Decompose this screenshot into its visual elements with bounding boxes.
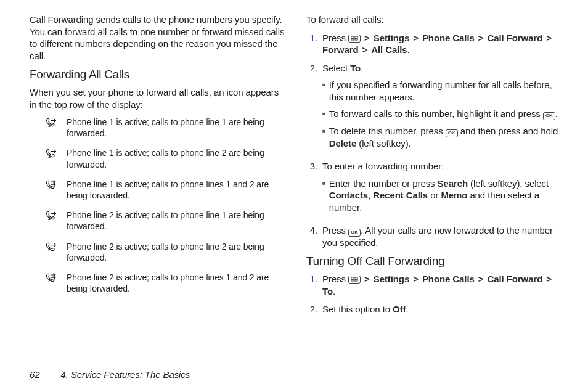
heading-forwarding-all-calls: Forwarding All Calls: [30, 68, 285, 81]
forwarding-icon-row: 2 Phone line 2 is active; calls to phone…: [30, 210, 285, 232]
right-column: To forward all calls: 1. Press > Setting…: [306, 14, 562, 322]
phone-forward-icon: 1: [45, 148, 57, 159]
menu-key-icon: [348, 35, 361, 43]
ok-key-icon: OK: [543, 112, 555, 120]
forward-all-steps-lead: To forward all calls:: [306, 14, 562, 26]
ok-key-icon: OK: [348, 229, 361, 237]
phone-forward-icon: 2: [45, 210, 57, 221]
menu-path-item: Forward: [322, 44, 358, 55]
off-step-2: 2. Set this option to Off.: [306, 303, 562, 316]
phone-forward-icon: 2: [45, 242, 57, 253]
svg-text:1: 1: [48, 155, 51, 159]
forwarding-status-icon: 2: [44, 241, 58, 263]
forwarding-status-icon: 2: [44, 210, 58, 232]
menu-path-item: Settings: [374, 33, 409, 43]
svg-rect-13: [355, 280, 357, 282]
svg-rect-8: [355, 36, 357, 38]
svg-rect-11: [351, 280, 354, 282]
forwarding-icon-row: 2 Phone line 2 is active; calls to phone…: [30, 241, 285, 263]
forwarding-status-icon: 1: [44, 147, 58, 169]
forwarding-icon-row: 2 Phone line 2 is active; calls to phone…: [30, 272, 285, 294]
menu-path-item: Phone Calls: [422, 274, 475, 284]
forwarding-icon-row: 1 Phone line 1 is active; calls to phone…: [30, 179, 285, 201]
step-3-sub-1: ■Enter the number or press Search (left …: [322, 178, 562, 214]
phone-forward-icon: 1: [45, 179, 57, 190]
ok-key-icon: OK: [446, 129, 458, 137]
page-content: Call Forwarding sends calls to the phone…: [0, 0, 588, 322]
menu-path-item: Call Forward: [488, 274, 543, 284]
svg-text:2: 2: [48, 248, 51, 252]
menu-key-icon: [348, 276, 361, 284]
step-1: 1. Press > Settings > Phone Calls > Call…: [306, 32, 562, 56]
forwarding-icon-description: Phone line 1 is active; calls to phone l…: [67, 179, 285, 201]
svg-rect-6: [351, 36, 354, 38]
forwarding-status-icon: 1: [44, 116, 58, 139]
menu-path-item: All Calls: [371, 44, 407, 55]
step-1-body: Press > Settings > Phone Calls > Call Fo…: [322, 32, 562, 56]
forwarding-icon-description: Phone line 1 is active; calls to phone l…: [67, 116, 285, 139]
left-column: Call Forwarding sends calls to the phone…: [30, 14, 285, 322]
step-2-sub-1: ■If you specified a forwarding number fo…: [322, 79, 562, 103]
forwarding-icon-table: 1 Phone line 1 is active; calls to phone…: [30, 116, 285, 294]
step-2-sub-2: ■To forward calls to this number, highli…: [322, 108, 562, 120]
svg-rect-10: [351, 277, 354, 279]
menu-path-item: Settings: [374, 274, 409, 284]
forwarding-status-icon: 1: [44, 179, 58, 201]
step-2: 2. Select To. ■If you specified a forwar…: [306, 62, 562, 155]
intro-paragraph: Call Forwarding sends calls to the phone…: [30, 14, 285, 62]
step-2-sub-3: ■To delete this number, press OK and the…: [322, 125, 562, 149]
forwarding-icon-description: Phone line 2 is active; calls to phone l…: [67, 241, 285, 263]
svg-rect-7: [351, 38, 354, 40]
svg-text:2: 2: [48, 279, 51, 283]
page-number: 62: [30, 369, 40, 380]
page-footer: 62 4. Service Features: The Basics: [30, 365, 560, 380]
step-2-to: To: [350, 63, 361, 73]
step-3: 3. To enter a forwarding number: ■Enter …: [306, 160, 562, 218]
forwarding-icon-description: Phone line 2 is active; calls to phone l…: [67, 272, 285, 294]
forwarding-icon-row: 1 Phone line 1 is active; calls to phone…: [30, 116, 285, 139]
menu-path-item: Phone Calls: [422, 33, 475, 43]
svg-rect-9: [355, 38, 357, 40]
svg-text:1: 1: [48, 124, 51, 128]
forwarding-status-icon: 2: [44, 272, 58, 294]
chapter-title: 4. Service Features: The Basics: [61, 369, 190, 380]
forward-all-steps: 1. Press > Settings > Phone Calls > Call…: [306, 32, 562, 249]
forwarding-icon-description: Phone line 1 is active; calls to phone l…: [67, 147, 285, 169]
step-2-text: Select: [322, 63, 350, 73]
phone-forward-icon: 2: [45, 272, 57, 284]
forwarding-icon-row: 1 Phone line 1 is active; calls to phone…: [30, 147, 285, 169]
forwarding-icon-description: Phone line 2 is active; calls to phone l…: [67, 210, 285, 232]
menu-path-item: To: [322, 286, 333, 296]
heading-turning-off: Turning Off Call Forwarding: [306, 255, 562, 268]
svg-rect-12: [355, 277, 357, 279]
forward-all-lead: When you set your phone to forward all c…: [30, 86, 285, 110]
phone-forward-icon: 1: [45, 117, 57, 128]
svg-text:1: 1: [48, 186, 51, 190]
off-step-1: 1. Press > Settings > Phone Calls > Call…: [306, 273, 562, 297]
step-4: 4. Press OK. All your calls are now forw…: [306, 224, 562, 248]
turn-off-steps: 1. Press > Settings > Phone Calls > Call…: [306, 273, 562, 316]
step-3-text: To enter a forwarding number:: [322, 161, 444, 171]
menu-path-item: Call Forward: [488, 33, 543, 43]
svg-text:2: 2: [48, 217, 51, 221]
